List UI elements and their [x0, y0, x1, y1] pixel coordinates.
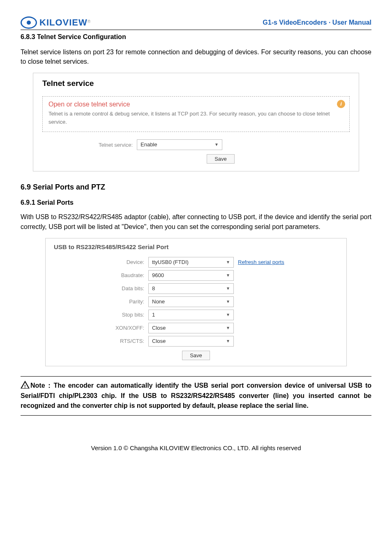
xonxoff-value: Close	[152, 323, 166, 333]
telnet-panel-title: Telnet service	[42, 79, 350, 88]
parity-select[interactable]: None ▼	[148, 296, 234, 307]
xonxoff-label: XON/XOFF:	[54, 325, 148, 331]
chevron-down-icon: ▼	[226, 257, 230, 267]
serial-save-button[interactable]: Save	[182, 351, 210, 360]
chevron-down-icon: ▼	[226, 310, 230, 320]
paragraph-telnet-intro: Telnet service listens on port 23 for re…	[21, 47, 371, 66]
warning-icon: !	[21, 381, 30, 388]
chevron-down-icon: ▼	[226, 271, 230, 280]
paragraph-serial-intro: With USB to RS232/RS422/RS485 adaptor (c…	[21, 212, 371, 231]
databits-label: Data bits:	[54, 285, 148, 291]
baudrate-label: Baudrate:	[54, 272, 148, 278]
telnet-service-panel: Telnet service i Open or close telnet se…	[33, 73, 359, 171]
note-body: The encoder can automatically identify t…	[21, 382, 371, 409]
chevron-down-icon: ▼	[226, 323, 230, 333]
info-icon: i	[337, 100, 345, 108]
heading-6-9: 6.9 Serial Ports and PTZ	[21, 183, 371, 192]
device-select[interactable]: ttyUSB0 (FTDI) ▼	[148, 257, 234, 268]
rtscts-value: Close	[152, 336, 166, 346]
serial-port-panel: USB to RS232/RS485/RS422 Serial Port Dev…	[45, 238, 347, 366]
chevron-down-icon: ▼	[226, 284, 230, 294]
telnet-select-value: Enable	[141, 140, 157, 150]
telnet-info-title: Open or close telnet service	[48, 101, 344, 108]
chevron-down-icon: ▼	[226, 336, 230, 346]
note-block: !Note：The encoder can automatically iden…	[21, 376, 371, 416]
stopbits-label: Stop bits:	[54, 312, 148, 318]
device-label: Device:	[54, 259, 148, 265]
telnet-service-label: Telnet service:	[42, 142, 137, 148]
rtscts-select[interactable]: Close ▼	[148, 336, 234, 347]
parity-label: Parity:	[54, 298, 148, 305]
telnet-info-body: Telnet is a remote control & debug servi…	[48, 110, 344, 126]
rtscts-label: RTS/CTS:	[54, 338, 148, 344]
parity-value: None	[152, 297, 165, 307]
baudrate-select[interactable]: 9600 ▼	[148, 270, 234, 281]
brand-logo: KILOVIEW®	[21, 16, 90, 29]
serial-panel-title: USB to RS232/RS485/RS422 Serial Port	[54, 243, 338, 250]
chevron-down-icon: ▼	[214, 140, 219, 150]
page-footer: Version 1.0 © Changsha KILOVIEW Electron…	[21, 444, 371, 451]
refresh-serial-link[interactable]: Refresh serial ports	[238, 259, 284, 265]
stopbits-select[interactable]: 1 ▼	[148, 310, 234, 320]
telnet-info-box: i Open or close telnet service Telnet is…	[42, 96, 350, 132]
databits-select[interactable]: 8 ▼	[148, 283, 234, 294]
device-value: ttyUSB0 (FTDI)	[152, 257, 189, 267]
page-header: KILOVIEW® G1-s VideoEncoders · User Manu…	[21, 16, 371, 30]
xonxoff-select[interactable]: Close ▼	[148, 323, 234, 333]
chevron-down-icon: ▼	[226, 297, 230, 307]
baudrate-value: 9600	[152, 271, 164, 280]
brand-registered: ®	[88, 19, 90, 24]
telnet-enable-select[interactable]: Enable ▼	[137, 139, 222, 150]
logo-eye-icon	[21, 16, 37, 29]
heading-6-8-3: 6.8.3 Telnet Service Configuration	[21, 33, 371, 41]
note-label: Note：	[30, 382, 53, 389]
telnet-save-button[interactable]: Save	[207, 154, 235, 164]
brand-name: KILOVIEW	[39, 17, 88, 28]
document-title: G1-s VideoEncoders · User Manual	[263, 19, 371, 26]
databits-value: 8	[152, 284, 155, 294]
heading-6-9-1: 6.9.1 Serial Ports	[21, 199, 371, 206]
stopbits-value: 1	[152, 310, 155, 320]
